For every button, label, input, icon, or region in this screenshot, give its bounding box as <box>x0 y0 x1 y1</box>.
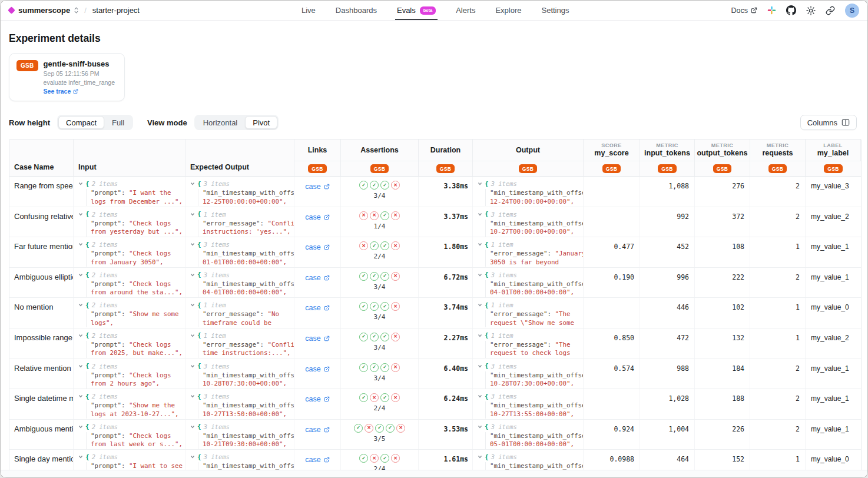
github-icon[interactable] <box>786 5 796 15</box>
experiment-card[interactable]: GSB gentle-sniff-buses Sep 05 12:11:56 P… <box>9 53 125 101</box>
assertions-cell[interactable]: ✓✓✓✕ 3/4 <box>341 177 419 207</box>
share-link-icon[interactable] <box>826 6 835 15</box>
gsb-badge[interactable]: GSB <box>713 164 731 173</box>
table-row[interactable]: Range from speech { 2 items "prompt": "I… <box>9 177 861 207</box>
expected-output-cell[interactable]: { 3 items "min_timestamp_with_offset" 10… <box>185 389 294 419</box>
chevron-down-icon[interactable] <box>190 364 195 369</box>
assertions-cell[interactable]: ✓✕✓✕ 2/4 <box>341 389 419 419</box>
input-cell[interactable]: { 2 items "prompt": "Check logs from aro… <box>74 268 185 298</box>
chevron-down-icon[interactable] <box>478 394 482 399</box>
col-header-duration[interactable]: Duration <box>419 140 473 161</box>
chevron-down-icon[interactable] <box>78 181 83 186</box>
gsb-badge[interactable]: GSB <box>658 164 676 173</box>
view-mode-pivot-option[interactable]: Pivot <box>245 116 277 129</box>
chevron-down-icon[interactable] <box>78 424 83 429</box>
col-header-expected-output[interactable]: Expected Output <box>185 140 294 176</box>
assertions-cell[interactable]: ✓✓✓✕ 3/4 <box>341 268 419 298</box>
output-cell[interactable]: { 1 item "error_message": "January 3050 … <box>473 237 584 267</box>
table-row[interactable]: Ambiguous mention { 2 items "prompt": "C… <box>9 420 861 450</box>
chevron-down-icon[interactable] <box>478 181 482 186</box>
expected-output-cell[interactable]: { 1 item "error_message": "No timeframe … <box>185 298 294 328</box>
chevron-down-icon[interactable] <box>190 394 195 399</box>
chevron-down-icon[interactable] <box>478 454 482 459</box>
workspace-selector-chevrons-icon[interactable] <box>74 7 78 14</box>
chevron-down-icon[interactable] <box>78 303 83 307</box>
col-header-case-name[interactable]: Case Name <box>9 140 74 176</box>
expected-output-cell[interactable]: { 3 items "min_timestamp_with_offset" 10… <box>185 359 294 389</box>
table-row[interactable]: Confusing relative... { 2 items "prompt"… <box>9 207 861 238</box>
tab-dashboards[interactable]: Dashboards <box>336 1 377 20</box>
gsb-badge[interactable]: GSB <box>519 164 537 173</box>
col-header-output-tokens[interactable]: METRICoutput_tokens <box>695 140 750 161</box>
case-trace-link[interactable]: case <box>305 182 329 191</box>
assertions-cell[interactable]: ✕✕✓✕ 1/4 <box>341 207 419 237</box>
output-cell[interactable]: { 1 item "error_message": "The request t… <box>473 328 584 358</box>
col-header-assertions[interactable]: Assertions <box>341 140 419 161</box>
case-trace-link[interactable]: case <box>305 395 329 403</box>
expected-output-cell[interactable]: { 3 items "min_timestamp_with_offset" 04… <box>185 268 294 298</box>
theme-sun-icon[interactable] <box>806 6 816 15</box>
gsb-badge[interactable]: GSB <box>308 164 326 173</box>
view-mode-horizontal-option[interactable]: Horizontal <box>196 116 246 129</box>
case-trace-link[interactable]: case <box>305 334 329 343</box>
chevron-down-icon[interactable] <box>190 454 195 459</box>
chevron-down-icon[interactable] <box>190 424 195 429</box>
case-trace-link[interactable]: case <box>305 243 329 251</box>
user-avatar[interactable]: S <box>845 4 859 18</box>
col-header-output[interactable]: Output <box>473 140 584 161</box>
chevron-down-icon[interactable] <box>78 364 83 369</box>
see-trace-link[interactable]: See trace <box>44 88 115 95</box>
case-trace-link[interactable]: case <box>305 274 329 282</box>
expected-output-cell[interactable]: { 3 items "min_timestamp_with_offset" 10… <box>185 420 294 450</box>
chevron-down-icon[interactable] <box>78 212 83 217</box>
table-row[interactable]: Ambiguous elliptic... { 2 items "prompt"… <box>9 268 861 298</box>
chevron-down-icon[interactable] <box>478 212 482 217</box>
chevron-down-icon[interactable] <box>78 273 83 277</box>
chevron-down-icon[interactable] <box>78 454 83 459</box>
case-trace-link[interactable]: case <box>305 213 329 221</box>
input-cell[interactable]: { 2 items "prompt": "I want the logs fro… <box>74 177 185 207</box>
chevron-down-icon[interactable] <box>78 394 83 399</box>
chevron-down-icon[interactable] <box>78 333 83 338</box>
chevron-down-icon[interactable] <box>190 333 195 338</box>
output-cell[interactable]: { 3 items "min_timestamp_with_offset" 10… <box>473 389 584 419</box>
table-row[interactable]: Impossible range { 2 items "prompt": "Ch… <box>9 328 861 359</box>
input-cell[interactable]: { 2 items "prompt": "Check logs from yes… <box>74 207 185 237</box>
output-cell[interactable]: { 3 items "min_timestamp_with_offset" 04… <box>473 268 584 298</box>
tab-alerts[interactable]: Alerts <box>456 1 475 20</box>
col-header-requests[interactable]: METRICrequests <box>750 140 806 161</box>
tab-explore[interactable]: Explore <box>495 1 521 20</box>
output-cell[interactable]: { 1 item "error_message": "The request \… <box>473 298 584 328</box>
table-row[interactable]: Single datetime m... { 2 items "prompt":… <box>9 389 861 420</box>
gsb-badge[interactable]: GSB <box>824 164 842 173</box>
gsb-badge[interactable]: GSB <box>370 164 389 173</box>
input-cell[interactable]: { 2 items "prompt": "Check logs from Jan… <box>74 237 185 267</box>
expected-output-cell[interactable]: { 1 item "error_message": "Conflict: ins… <box>185 207 294 237</box>
input-cell[interactable]: { 2 items "prompt": "Show me some logs", <box>74 298 185 328</box>
chevron-down-icon[interactable] <box>478 364 482 369</box>
columns-button[interactable]: Columns <box>800 115 857 130</box>
tab-live[interactable]: Live <box>302 1 316 20</box>
tab-evals[interactable]: Evals beta <box>397 1 436 20</box>
chevron-down-icon[interactable] <box>478 333 482 338</box>
assertions-cell[interactable]: ✓✓✓✕ 3/4 <box>341 359 419 389</box>
row-height-compact-option[interactable]: Compact <box>58 116 104 129</box>
col-header-links[interactable]: Links <box>294 140 341 161</box>
table-row[interactable]: Relative mention ... { 2 items "prompt":… <box>9 359 861 390</box>
col-header-my-score[interactable]: SCOREmy_score <box>584 140 640 161</box>
col-header-my-label[interactable]: LABELmy_label <box>806 140 861 161</box>
assertions-cell[interactable]: ✓✕✓✓✕ 3/5 <box>341 420 419 450</box>
gsb-badge[interactable]: GSB <box>436 164 455 173</box>
docs-link[interactable]: Docs <box>731 6 757 15</box>
chevron-down-icon[interactable] <box>190 242 195 247</box>
case-trace-link[interactable]: case <box>305 456 329 464</box>
row-height-full-option[interactable]: Full <box>104 116 132 129</box>
output-cell[interactable]: { 3 items "min_timestamp_with_offset" 10… <box>473 207 584 237</box>
assertions-cell[interactable]: ✓✓✓✕ 3/4 <box>341 328 419 358</box>
slack-icon[interactable] <box>767 6 776 15</box>
input-cell[interactable]: { 2 items "prompt": "Check logs from 202… <box>74 328 185 358</box>
gsb-badge[interactable]: GSB <box>768 164 787 173</box>
chevron-down-icon[interactable] <box>478 303 482 307</box>
case-trace-link[interactable]: case <box>305 304 329 312</box>
gsb-badge[interactable]: GSB <box>602 164 621 173</box>
